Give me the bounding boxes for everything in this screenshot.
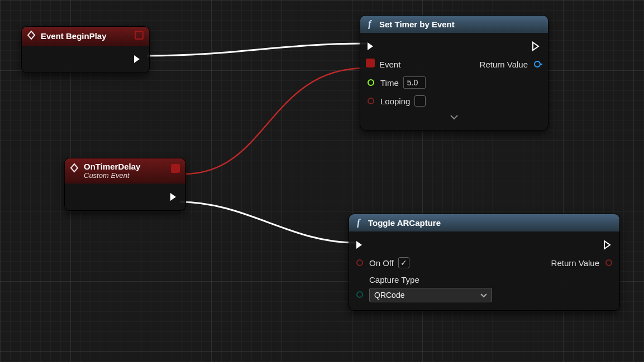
node-title: Set Timer by Event xyxy=(379,20,455,29)
dropdown-value: QRCode xyxy=(374,291,404,300)
exec-out-pin[interactable] xyxy=(603,239,614,250)
exec-out-pin[interactable] xyxy=(531,41,542,52)
pin-label-onoff: On Off xyxy=(369,258,394,268)
svg-point-2 xyxy=(368,98,374,104)
svg-point-5 xyxy=(357,292,362,297)
node-event-beginplay[interactable]: Event BeginPlay xyxy=(21,26,150,73)
exec-out-pin[interactable] xyxy=(132,54,144,65)
svg-point-4 xyxy=(606,260,612,266)
node-subtitle: Custom Event xyxy=(84,171,140,180)
node-header: Event BeginPlay xyxy=(22,27,149,46)
node-toggle-arcapture[interactable]: f Toggle ARCapture On Off ✓ xyxy=(349,214,620,311)
svg-point-3 xyxy=(357,260,362,266)
node-header: f Toggle ARCapture xyxy=(349,214,619,231)
pin-label-return: Return Value xyxy=(551,258,599,268)
return-out-pin[interactable] xyxy=(604,258,614,268)
looping-in-pin[interactable] xyxy=(366,96,376,106)
return-out-pin[interactable] xyxy=(532,59,542,69)
node-title: Toggle ARCapture xyxy=(368,218,441,228)
time-in-pin[interactable] xyxy=(366,78,376,88)
node-header: OnTimerDelay Custom Event xyxy=(65,158,185,184)
node-set-timer-by-event[interactable]: f Set Timer by Event Event Return Value xyxy=(360,15,548,131)
pin-label-capture-type: Capture Type xyxy=(369,275,492,284)
pin-label-return: Return Value xyxy=(480,60,528,69)
svg-point-0 xyxy=(535,61,540,67)
delegate-out-pin[interactable] xyxy=(135,31,144,41)
node-title: Event BeginPlay xyxy=(41,31,107,41)
pin-label-time: Time xyxy=(380,78,399,88)
function-icon: f xyxy=(365,19,375,29)
advanced-toggle[interactable] xyxy=(366,110,542,126)
node-title: OnTimerDelay xyxy=(84,162,140,171)
capturetype-in-pin[interactable] xyxy=(355,289,365,300)
onoff-checkbox[interactable]: ✓ xyxy=(398,257,409,268)
exec-in-pin[interactable] xyxy=(355,239,366,250)
function-icon: f xyxy=(354,218,364,228)
exec-out-pin[interactable] xyxy=(169,191,180,202)
pin-label-looping: Looping xyxy=(380,96,410,106)
event-icon xyxy=(26,30,36,42)
svg-point-1 xyxy=(368,80,374,85)
onoff-in-pin[interactable] xyxy=(355,258,365,268)
exec-in-pin[interactable] xyxy=(366,41,377,52)
capture-type-dropdown[interactable]: QRCode xyxy=(369,288,492,302)
node-header: f Set Timer by Event xyxy=(360,16,548,33)
chevron-down-icon xyxy=(480,291,487,300)
event-in-pin[interactable] xyxy=(366,59,375,70)
event-icon xyxy=(69,163,79,175)
delegate-out-pin[interactable] xyxy=(171,164,180,175)
pin-label-event: Event xyxy=(379,60,400,69)
node-ontimerdelay[interactable]: OnTimerDelay Custom Event xyxy=(64,158,186,211)
time-value-input[interactable]: 5.0 xyxy=(403,76,426,89)
looping-checkbox[interactable] xyxy=(414,95,426,107)
